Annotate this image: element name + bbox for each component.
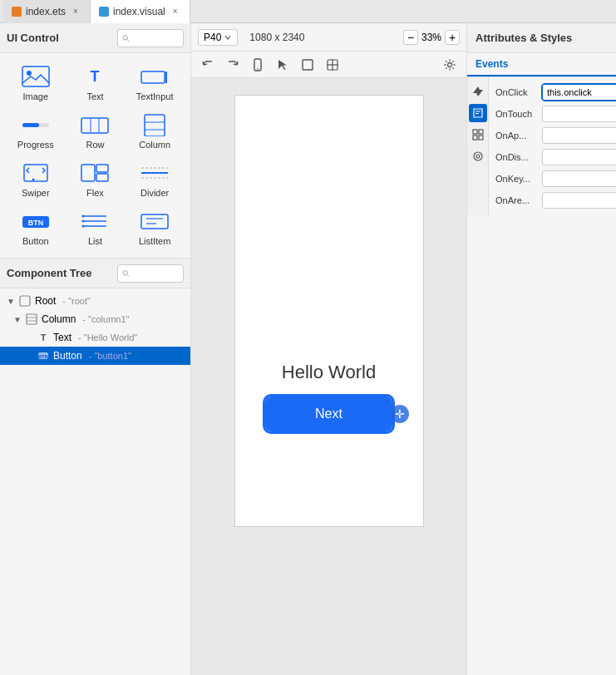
tree-node-column1[interactable]: ▼ Column - "column1" xyxy=(0,310,190,328)
tree-search-box[interactable] xyxy=(117,264,184,283)
right-icon-sidebar xyxy=(467,77,489,215)
undo-btn[interactable] xyxy=(198,55,218,75)
events-tab-label: Events xyxy=(476,58,508,70)
event-row-onap: OnAp... xyxy=(495,127,616,144)
grid-btn[interactable] xyxy=(323,55,342,75)
component-swiper-label: Swiper xyxy=(22,188,50,198)
frame-btn[interactable] xyxy=(298,55,318,75)
svg-point-57 xyxy=(474,152,482,160)
settings-btn[interactable] xyxy=(440,55,460,75)
right-style-icon[interactable] xyxy=(469,147,487,165)
svg-rect-19 xyxy=(81,165,95,181)
right-content-area: OnClick OnTouch OnAp... OnDis... xyxy=(467,77,616,215)
phone-frame: Hello World Next ✛ xyxy=(234,95,424,527)
right-panel: Attributes & Styles Events xyxy=(466,23,616,675)
right-panel-title: Attributes & Styles xyxy=(476,32,572,44)
device-selector[interactable]: P40 xyxy=(198,29,238,46)
component-column[interactable]: Column xyxy=(126,108,184,155)
onare-label: OnAre... xyxy=(495,195,537,205)
svg-rect-2 xyxy=(22,67,49,86)
component-textinput[interactable]: TextInput xyxy=(126,60,184,106)
tab-index-visual[interactable]: index.visual × xyxy=(91,0,190,23)
component-row[interactable]: Row xyxy=(67,108,125,155)
ontouch-input[interactable] xyxy=(542,106,616,122)
component-listitem-label: ListItem xyxy=(139,236,171,246)
next-button[interactable]: Next xyxy=(265,397,392,431)
select-btn[interactable] xyxy=(273,55,293,75)
events-content: OnClick OnTouch OnAp... OnDis... xyxy=(489,77,616,215)
component-listitem[interactable]: ListItem xyxy=(126,204,184,251)
onkey-input[interactable] xyxy=(542,170,616,187)
svg-point-36 xyxy=(123,270,127,274)
component-row-label: Row xyxy=(86,140,104,150)
component-search-box[interactable] xyxy=(117,29,184,47)
column-comp-icon xyxy=(140,113,170,136)
component-textinput-label: TextInput xyxy=(136,91,174,101)
events-tab[interactable]: Events xyxy=(467,53,616,76)
tab-index-ets[interactable]: index.ets × xyxy=(3,0,91,23)
zoom-out-btn[interactable]: − xyxy=(403,30,418,45)
svg-rect-53 xyxy=(473,130,477,134)
tree-search-input[interactable] xyxy=(133,269,179,278)
svg-rect-8 xyxy=(22,123,39,127)
onare-input[interactable] xyxy=(542,192,616,209)
device-dropdown-icon xyxy=(224,33,232,42)
component-button[interactable]: BTN Button xyxy=(7,204,65,251)
component-image[interactable]: Image xyxy=(7,60,65,106)
ui-control-header: UI Control xyxy=(0,23,190,53)
tab-label-visual: index.visual xyxy=(113,6,165,17)
right-event-icon[interactable] xyxy=(469,104,487,122)
ondis-input[interactable] xyxy=(542,149,616,165)
phone-view-btn[interactable] xyxy=(248,55,268,75)
tree-title: Component Tree xyxy=(7,267,111,279)
svg-rect-46 xyxy=(303,60,313,70)
component-progress[interactable]: Progress xyxy=(7,108,65,155)
resolution-label: 1080 x 2340 xyxy=(244,30,309,45)
component-image-label: Image xyxy=(23,91,49,101)
svg-rect-39 xyxy=(27,314,37,324)
svg-rect-33 xyxy=(141,214,168,229)
image-comp-icon xyxy=(21,65,51,88)
tree-node-text1[interactable]: ▶ T Text - "Hello World" xyxy=(0,328,190,347)
right-pin-icon[interactable] xyxy=(469,82,487,101)
tree-node-button1-alias: - "button1" xyxy=(89,351,131,361)
tree-node-root[interactable]: ▼ Root - "root" xyxy=(0,292,190,310)
component-text[interactable]: T Text xyxy=(67,60,125,106)
component-list[interactable]: List xyxy=(67,204,125,251)
onap-input[interactable] xyxy=(542,127,616,144)
zoom-in-btn[interactable]: + xyxy=(445,30,460,45)
ontouch-label: OnTouch xyxy=(495,109,537,119)
svg-text:BTN: BTN xyxy=(38,354,47,359)
tree-node-root-alias: - "root" xyxy=(62,296,90,306)
svg-point-17 xyxy=(34,179,37,181)
component-flex[interactable]: Flex xyxy=(67,156,125,203)
component-divider[interactable]: Divider xyxy=(126,156,184,203)
zoom-level: 33% xyxy=(421,32,441,43)
onclick-input[interactable] xyxy=(542,84,616,101)
component-divider-label: Divider xyxy=(140,188,169,198)
component-swiper[interactable]: Swiper xyxy=(7,156,65,203)
svg-rect-21 xyxy=(96,174,108,181)
component-grid: Image T Text TextInput P xyxy=(0,53,190,259)
left-panel: UI Control Image T Text xyxy=(0,23,191,675)
component-search-input[interactable] xyxy=(133,33,179,43)
tree-node-text1-alias: - "Hello World" xyxy=(78,333,137,342)
swiper-comp-icon xyxy=(21,161,51,185)
svg-point-58 xyxy=(476,155,480,158)
tab-bar: index.ets × index.visual × xyxy=(0,0,616,23)
tree-caret-column1: ▼ xyxy=(13,315,22,324)
redo-btn[interactable] xyxy=(223,55,243,75)
svg-point-45 xyxy=(257,68,259,70)
component-column-label: Column xyxy=(139,140,170,150)
tab-close-visual[interactable]: × xyxy=(170,6,181,17)
right-panel-header: Attributes & Styles xyxy=(467,23,616,53)
tree-node-button1[interactable]: ▶ BTN Button - "button1" xyxy=(0,347,190,365)
tab-label-ets: index.ets xyxy=(26,6,66,17)
canvas-content[interactable]: Hello World Next ✛ xyxy=(191,78,466,675)
svg-point-3 xyxy=(27,71,32,76)
tab-close-ets[interactable]: × xyxy=(70,6,81,17)
move-handle[interactable]: ✛ xyxy=(391,405,409,423)
right-layout-icon[interactable] xyxy=(469,126,487,144)
component-button-label: Button xyxy=(22,236,49,246)
component-flex-label: Flex xyxy=(86,188,104,198)
